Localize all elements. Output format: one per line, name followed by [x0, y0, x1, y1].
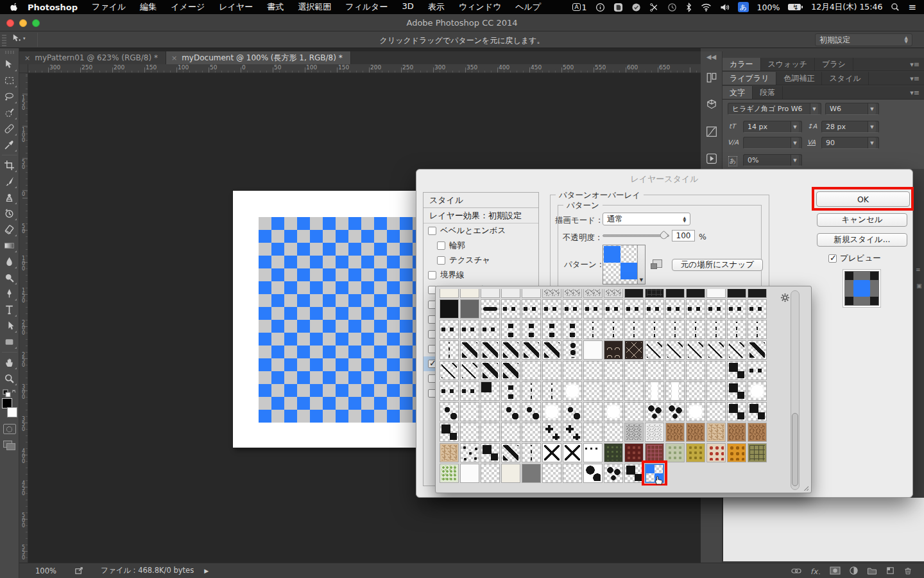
- pattern-swatch-dgl[interactable]: [686, 340, 705, 360]
- pattern-swatch-tb[interactable]: [686, 423, 705, 442]
- pattern-swatch-cr[interactable]: [563, 423, 582, 442]
- volume-icon[interactable]: [720, 3, 730, 12]
- pattern-swatch-vb[interactable]: [563, 320, 582, 339]
- input-source-icon[interactable]: A1: [572, 3, 586, 12]
- pattern-swatch-w[interactable]: [583, 340, 603, 360]
- pattern-swatch-hd[interactable]: [624, 299, 644, 319]
- pattern-swatch-vd[interactable]: [604, 320, 623, 339]
- pattern-swatch-ch[interactable]: [748, 402, 767, 421]
- toolbar-handle[interactable]: [5, 51, 14, 54]
- menu-clock[interactable]: 12月4日(木) 15:46: [811, 2, 882, 13]
- pattern-swatch-ft[interactable]: [481, 423, 500, 442]
- pattern-swatch-do[interactable]: [501, 402, 520, 421]
- pattern-swatch-dgl[interactable]: [706, 340, 726, 360]
- panel-tab[interactable]: 色調補正: [776, 72, 822, 85]
- pattern-swatch-tyl[interactable]: [686, 443, 705, 462]
- pattern-swatch-dg[interactable]: [542, 340, 561, 360]
- pattern-swatch-hd[interactable]: [727, 299, 746, 319]
- panel-icon-actions[interactable]: [701, 149, 723, 168]
- preview-checkbox[interactable]: [828, 254, 837, 263]
- pattern-swatch-ds[interactable]: [481, 361, 500, 380]
- time-machine-icon[interactable]: [667, 3, 677, 12]
- pattern-swatch-ft[interactable]: [481, 464, 500, 483]
- horizontal-ruler[interactable]: 3002502001501005005010015020025030035040…: [28, 64, 701, 73]
- pattern-swatch-vd[interactable]: [583, 320, 603, 339]
- pattern-swatch-vl[interactable]: [563, 464, 582, 483]
- pattern-swatch-ch[interactable]: [727, 381, 746, 401]
- pattern-swatch-hd[interactable]: [522, 299, 541, 319]
- menu-item[interactable]: 表示: [428, 1, 445, 13]
- check-circle-icon[interactable]: [631, 3, 641, 12]
- pattern-swatch-ft[interactable]: [583, 402, 603, 421]
- pattern-swatch-vd[interactable]: [665, 320, 685, 339]
- pattern-swatch-ft[interactable]: [604, 361, 623, 380]
- pattern-swatch-hd[interactable]: [460, 320, 479, 339]
- new-style-button[interactable]: 新規スタイル...: [817, 233, 907, 247]
- pattern-swatch-lt2[interactable]: [481, 289, 500, 298]
- cancel-button[interactable]: キャンセル: [817, 213, 907, 227]
- status-options-arrow[interactable]: ▶: [204, 568, 209, 574]
- pattern-swatch-lt2[interactable]: [501, 289, 520, 298]
- pattern-swatch-blk[interactable]: [440, 299, 459, 319]
- pattern-swatch-lt[interactable]: [501, 464, 520, 483]
- zoom-tool[interactable]: [2, 371, 17, 387]
- menu-item[interactable]: 書式: [267, 1, 284, 13]
- screen-mode-button[interactable]: [3, 441, 16, 451]
- pattern-swatch-dkg[interactable]: [645, 289, 664, 298]
- pattern-swatch-tb[interactable]: [727, 423, 746, 442]
- pattern-swatch-hd[interactable]: [501, 299, 520, 319]
- pattern-swatch-ft[interactable]: [542, 361, 561, 380]
- opacity-value-field[interactable]: 100: [672, 230, 695, 241]
- menu-item[interactable]: イメージ: [171, 1, 205, 13]
- pattern-swatch-ft[interactable]: [522, 423, 541, 442]
- pattern-swatch-lt[interactable]: [440, 289, 459, 298]
- dodge-tool[interactable]: [2, 270, 17, 286]
- panel-menu-icon[interactable]: ▾≡: [910, 86, 924, 99]
- layer-mask-icon[interactable]: [830, 566, 841, 575]
- pattern-swatch-gy2[interactable]: [522, 464, 541, 483]
- pattern-swatch-hd[interactable]: [748, 299, 767, 319]
- pattern-swatch-nz[interactable]: [542, 289, 561, 298]
- pattern-swatch-ch[interactable]: [440, 423, 459, 442]
- share-icon[interactable]: [74, 566, 84, 575]
- menu-item[interactable]: レイヤー: [219, 1, 253, 13]
- collapse-panels-icon[interactable]: ◀◀: [701, 53, 722, 60]
- pattern-swatch-vd[interactable]: [686, 320, 705, 339]
- pattern-swatch-cir[interactable]: [563, 340, 582, 360]
- bluetooth-icon[interactable]: [685, 3, 692, 12]
- pattern-swatch-vd[interactable]: [542, 381, 561, 401]
- pattern-swatch-dgl[interactable]: [645, 340, 664, 360]
- pattern-swatch-dk[interactable]: [748, 289, 767, 298]
- pattern-swatch-trd2[interactable]: [706, 443, 726, 462]
- workspace-preset-select[interactable]: 初期設定 ▲▼: [815, 33, 912, 46]
- pattern-swatch-vb[interactable]: [522, 320, 541, 339]
- pattern-swatch-ftw[interactable]: [542, 402, 561, 421]
- menu-item[interactable]: ウィンドウ: [459, 1, 502, 13]
- pattern-swatch-dgl[interactable]: [665, 340, 685, 360]
- tab-close-icon[interactable]: ×: [24, 54, 30, 62]
- pattern-swatch-cr[interactable]: [542, 423, 561, 442]
- pattern-swatch-bar[interactable]: [481, 299, 500, 319]
- pattern-swatch-nz[interactable]: [583, 289, 603, 298]
- quick-mask-button[interactable]: [3, 424, 16, 434]
- pattern-swatch-hd[interactable]: [706, 299, 726, 319]
- spotlight-search-icon[interactable]: [891, 3, 900, 12]
- pattern-swatch-vd[interactable]: [522, 443, 541, 462]
- pattern-swatch-do4[interactable]: [460, 443, 479, 462]
- pattern-swatch-do[interactable]: [440, 402, 459, 421]
- pattern-swatch-sg[interactable]: [604, 340, 623, 360]
- window-titlebar[interactable]: Adobe Photoshop CC 2014: [0, 14, 924, 31]
- kerning-select[interactable]: ▼: [743, 137, 802, 149]
- pattern-swatch-hl[interactable]: [604, 381, 623, 401]
- ime-japanese-icon[interactable]: あ: [738, 2, 749, 12]
- panel-tab[interactable]: ブラシ: [815, 58, 853, 71]
- default-colors-icon[interactable]: [2, 388, 17, 397]
- pattern-swatch-xx[interactable]: [542, 443, 561, 462]
- pattern-swatch-tb2[interactable]: [440, 443, 459, 462]
- menu-item[interactable]: 3D: [402, 1, 413, 13]
- pattern-swatch-dg[interactable]: [748, 340, 767, 360]
- pattern-swatch-nz[interactable]: [604, 289, 623, 298]
- panel-menu-icon[interactable]: ▾≡: [910, 58, 924, 71]
- pattern-swatch-tlg[interactable]: [665, 443, 685, 462]
- pattern-swatch-ftw[interactable]: [563, 381, 582, 401]
